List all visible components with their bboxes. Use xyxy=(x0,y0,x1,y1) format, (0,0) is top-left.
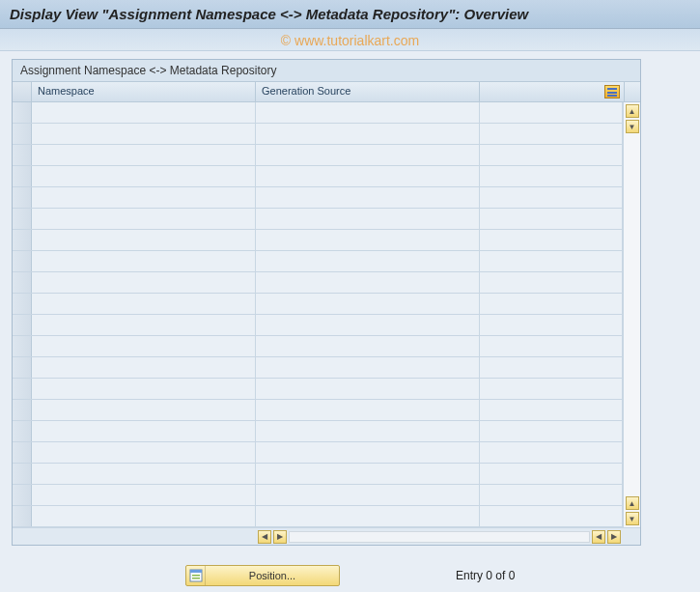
cell-namespace[interactable] xyxy=(32,421,256,441)
row-selector[interactable] xyxy=(13,464,32,484)
cell-namespace[interactable] xyxy=(32,315,256,335)
cell-generation-source[interactable] xyxy=(256,187,480,208)
cell-namespace[interactable] xyxy=(32,209,256,229)
table-row[interactable] xyxy=(13,251,623,272)
row-selector[interactable] xyxy=(13,506,32,526)
cell-generation-source[interactable] xyxy=(256,230,480,250)
cell-namespace[interactable] xyxy=(32,272,256,293)
row-selector-header[interactable] xyxy=(13,82,32,101)
row-selector[interactable] xyxy=(13,442,32,463)
row-selector[interactable] xyxy=(13,485,32,505)
cell-namespace[interactable] xyxy=(32,464,256,484)
cell-generation-source[interactable] xyxy=(256,166,480,186)
table-row[interactable] xyxy=(13,187,623,209)
cell-namespace[interactable] xyxy=(32,379,256,399)
table-row[interactable] xyxy=(13,209,623,230)
cell-namespace[interactable] xyxy=(32,102,256,123)
cell-generation-source[interactable] xyxy=(256,336,480,356)
table-row[interactable] xyxy=(13,442,623,464)
cell-generation-source[interactable] xyxy=(256,272,480,293)
cell-empty xyxy=(480,315,623,335)
cell-empty xyxy=(480,442,623,463)
row-selector[interactable] xyxy=(13,379,32,399)
row-selector[interactable] xyxy=(13,145,32,165)
row-selector[interactable] xyxy=(13,187,32,208)
table-row[interactable] xyxy=(13,166,623,187)
cell-generation-source[interactable] xyxy=(256,357,480,378)
table-row[interactable] xyxy=(13,464,623,485)
cell-namespace[interactable] xyxy=(32,145,256,165)
cell-namespace[interactable] xyxy=(32,400,256,420)
table-row[interactable] xyxy=(13,272,623,294)
scroll-right-button-end[interactable]: ▶ xyxy=(607,530,621,544)
row-selector[interactable] xyxy=(13,230,32,250)
row-selector[interactable] xyxy=(13,124,32,144)
cell-namespace[interactable] xyxy=(32,230,256,250)
cell-generation-source[interactable] xyxy=(256,315,480,335)
cell-namespace[interactable] xyxy=(32,251,256,271)
scroll-right-button[interactable]: ▶ xyxy=(273,530,287,544)
row-selector[interactable] xyxy=(13,421,32,441)
table-row[interactable] xyxy=(13,102,623,124)
table-row[interactable] xyxy=(13,421,623,442)
table-row[interactable] xyxy=(13,145,623,166)
cell-empty xyxy=(480,506,623,526)
cell-namespace[interactable] xyxy=(32,124,256,144)
scroll-left-button[interactable]: ◀ xyxy=(258,530,271,544)
row-selector[interactable] xyxy=(13,336,32,356)
cell-namespace[interactable] xyxy=(32,485,256,505)
column-header-generation-source[interactable]: Generation Source xyxy=(256,82,480,101)
position-button[interactable]: Position... xyxy=(185,565,340,586)
row-selector[interactable] xyxy=(13,400,32,420)
table-row[interactable] xyxy=(13,485,623,506)
cell-empty xyxy=(480,209,623,229)
cell-namespace[interactable] xyxy=(32,336,256,356)
scroll-up-button[interactable]: ▲ xyxy=(626,104,639,118)
cell-generation-source[interactable] xyxy=(256,102,480,123)
scroll-up-button-bottom[interactable]: ▲ xyxy=(626,496,639,510)
hscroll-track[interactable] xyxy=(289,531,590,543)
cell-namespace[interactable] xyxy=(32,166,256,186)
cell-generation-source[interactable] xyxy=(256,506,480,526)
table-row[interactable] xyxy=(13,400,623,421)
row-selector[interactable] xyxy=(13,272,32,293)
vertical-scrollbar[interactable]: ▲ ▼ ▲ ▼ xyxy=(623,102,640,527)
cell-namespace[interactable] xyxy=(32,294,256,314)
table-row[interactable] xyxy=(13,379,623,400)
row-selector[interactable] xyxy=(13,251,32,271)
table-row[interactable] xyxy=(13,124,623,145)
cell-namespace[interactable] xyxy=(32,357,256,378)
scroll-down-button-bottom[interactable]: ▼ xyxy=(626,512,639,525)
cell-generation-source[interactable] xyxy=(256,124,480,144)
cell-generation-source[interactable] xyxy=(256,421,480,441)
cell-namespace[interactable] xyxy=(32,187,256,208)
table-row[interactable] xyxy=(13,294,623,315)
horizontal-scrollbar[interactable]: ◀ ▶ ◀ ▶ xyxy=(256,528,623,545)
table-row[interactable] xyxy=(13,357,623,379)
table-row[interactable] xyxy=(13,336,623,357)
cell-generation-source[interactable] xyxy=(256,400,480,420)
column-header-namespace[interactable]: Namespace xyxy=(32,82,256,101)
cell-namespace[interactable] xyxy=(32,442,256,463)
cell-generation-source[interactable] xyxy=(256,442,480,463)
scroll-left-button-end[interactable]: ◀ xyxy=(592,530,605,544)
table-row[interactable] xyxy=(13,230,623,251)
table-row[interactable] xyxy=(13,506,623,527)
row-selector[interactable] xyxy=(13,315,32,335)
cell-generation-source[interactable] xyxy=(256,379,480,399)
cell-generation-source[interactable] xyxy=(256,145,480,165)
row-selector[interactable] xyxy=(13,294,32,314)
cell-generation-source[interactable] xyxy=(256,251,480,271)
row-selector[interactable] xyxy=(13,166,32,186)
cell-generation-source[interactable] xyxy=(256,485,480,505)
row-selector[interactable] xyxy=(13,357,32,378)
cell-generation-source[interactable] xyxy=(256,464,480,484)
table-row[interactable] xyxy=(13,315,623,336)
row-selector[interactable] xyxy=(13,102,32,123)
scroll-down-button[interactable]: ▼ xyxy=(626,120,639,133)
row-selector[interactable] xyxy=(13,209,32,229)
cell-generation-source[interactable] xyxy=(256,209,480,229)
cell-generation-source[interactable] xyxy=(256,294,480,314)
cell-namespace[interactable] xyxy=(32,506,256,526)
table-config-icon[interactable] xyxy=(604,85,620,99)
